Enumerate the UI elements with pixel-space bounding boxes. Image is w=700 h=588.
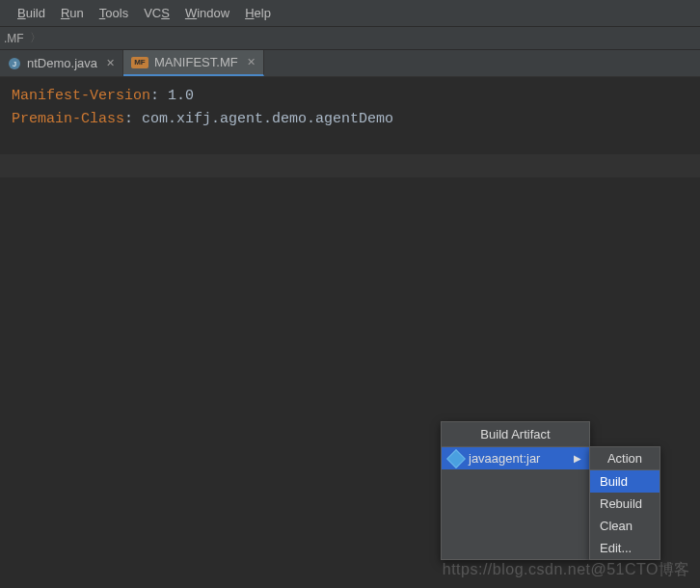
- tab-java-file[interactable]: J ntDemo.java ✕: [0, 50, 123, 76]
- manifest-icon: MF: [131, 57, 148, 68]
- popup-title: Build Artifact: [442, 422, 589, 447]
- svg-text:J: J: [13, 60, 16, 68]
- submenu-title: Action: [590, 447, 660, 470]
- artifact-item[interactable]: javaagent:jar ▶: [442, 447, 589, 469]
- menu-help[interactable]: Help: [245, 6, 271, 20]
- menu-vcs[interactable]: VCS: [144, 6, 170, 20]
- tab-label: ntDemo.java: [27, 56, 97, 70]
- action-submenu: Action Build Rebuild Clean Edit...: [589, 446, 660, 560]
- close-icon[interactable]: ✕: [247, 56, 256, 68]
- code-line: Premain-Class: com.xifj.agent.demo.agent…: [12, 108, 688, 131]
- menu-build[interactable]: Build: [17, 6, 45, 20]
- breadcrumb-segment[interactable]: .MF: [0, 32, 30, 45]
- menu-run[interactable]: Run: [61, 6, 84, 20]
- menu-window[interactable]: Window: [185, 6, 229, 20]
- action-edit[interactable]: Edit...: [590, 537, 660, 559]
- tab-manifest-file[interactable]: MF MANIFEST.MF ✕: [123, 50, 264, 76]
- action-rebuild[interactable]: Rebuild: [590, 493, 660, 515]
- menu-tools[interactable]: Tools: [99, 6, 128, 20]
- artifact-list: Build Artifact javaagent:jar ▶: [441, 421, 590, 560]
- tab-bar: J ntDemo.java ✕ MF MANIFEST.MF ✕: [0, 50, 700, 77]
- artifact-icon: [446, 449, 466, 468]
- artifact-label: javaagent:jar: [469, 451, 540, 466]
- caret-line-highlight: [0, 154, 700, 177]
- chevron-right-icon: 〉: [30, 30, 41, 46]
- chevron-right-icon: ▶: [574, 453, 581, 464]
- java-icon: J: [8, 57, 21, 70]
- breadcrumb: .MF 〉: [0, 27, 700, 50]
- build-artifact-popup: Build Artifact javaagent:jar ▶ Action Bu…: [441, 421, 660, 560]
- action-build[interactable]: Build: [590, 470, 660, 493]
- action-clean[interactable]: Clean: [590, 515, 660, 537]
- tab-label: MANIFEST.MF: [154, 55, 238, 69]
- menu-bar: Build Run Tools VCS Window Help: [0, 0, 700, 27]
- close-icon[interactable]: ✕: [106, 57, 115, 69]
- code-line: Manifest-Version: 1.0: [12, 85, 688, 108]
